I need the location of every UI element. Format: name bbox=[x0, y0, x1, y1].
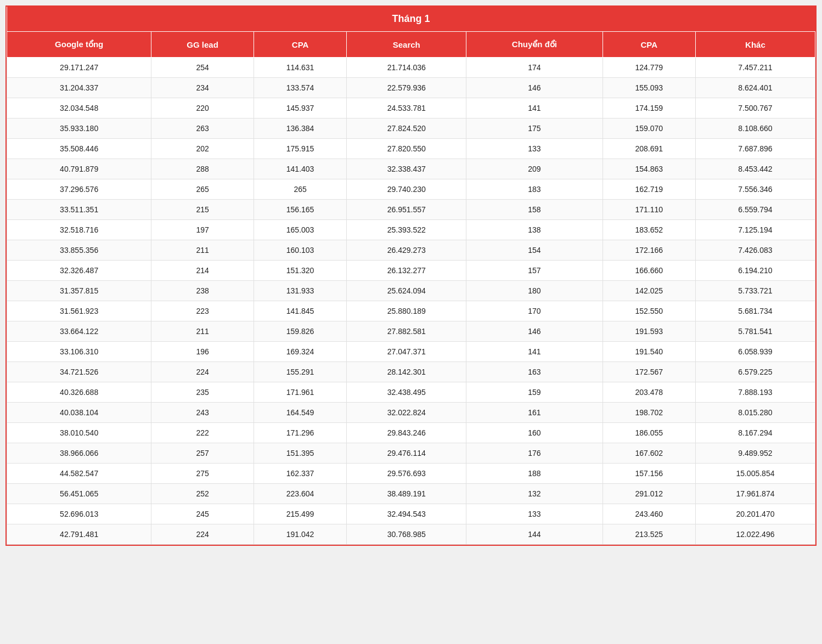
cell-r16-c1: 235 bbox=[151, 382, 254, 403]
cell-r14-c5: 191.540 bbox=[603, 342, 695, 362]
cell-r19-c4: 176 bbox=[466, 443, 603, 464]
cell-r10-c3: 26.132.277 bbox=[347, 261, 466, 281]
cell-r4-c5: 208.691 bbox=[603, 139, 695, 159]
cell-r15-c2: 155.291 bbox=[254, 362, 346, 382]
cell-r2-c0: 32.034.548 bbox=[7, 98, 151, 118]
cell-r17-c0: 40.038.104 bbox=[7, 403, 151, 423]
cell-r6-c4: 183 bbox=[466, 179, 603, 200]
cell-r10-c1: 214 bbox=[151, 261, 254, 281]
cell-r22-c3: 32.494.543 bbox=[347, 504, 466, 524]
cell-r20-c3: 29.576.693 bbox=[347, 464, 466, 484]
cell-r14-c2: 169.324 bbox=[254, 342, 346, 362]
cell-r14-c6: 6.058.939 bbox=[695, 342, 815, 362]
col-header-5: CPA bbox=[603, 32, 695, 58]
table-row: 56.451.065252223.60438.489.191132291.012… bbox=[7, 484, 815, 504]
cell-r1-c2: 133.574 bbox=[254, 78, 346, 98]
table-row: 29.171.247254114.63121.714.036174124.779… bbox=[7, 58, 815, 78]
cell-r18-c4: 160 bbox=[466, 423, 603, 443]
cell-r21-c2: 223.604 bbox=[254, 484, 346, 504]
cell-r20-c2: 162.337 bbox=[254, 464, 346, 484]
cell-r15-c1: 224 bbox=[151, 362, 254, 382]
cell-r23-c0: 42.791.481 bbox=[7, 524, 151, 545]
cell-r9-c4: 154 bbox=[466, 240, 603, 261]
cell-r5-c6: 8.453.442 bbox=[695, 159, 815, 179]
cell-r20-c6: 15.005.854 bbox=[695, 464, 815, 484]
cell-r20-c1: 275 bbox=[151, 464, 254, 484]
table-row: 31.357.815238131.93325.624.094180142.025… bbox=[7, 281, 815, 301]
cell-r19-c1: 257 bbox=[151, 443, 254, 464]
cell-r20-c5: 157.156 bbox=[603, 464, 695, 484]
table-row: 40.038.104243164.54932.022.824161198.702… bbox=[7, 403, 815, 423]
cell-r18-c2: 171.296 bbox=[254, 423, 346, 443]
cell-r3-c6: 8.108.660 bbox=[695, 118, 815, 139]
cell-r11-c4: 180 bbox=[466, 281, 603, 301]
table-row: 40.791.879288141.40332.338.437209154.863… bbox=[7, 159, 815, 179]
col-header-2: CPA bbox=[254, 32, 346, 58]
cell-r0-c0: 29.171.247 bbox=[7, 58, 151, 78]
cell-r17-c5: 198.702 bbox=[603, 403, 695, 423]
cell-r19-c6: 9.489.952 bbox=[695, 443, 815, 464]
cell-r0-c4: 174 bbox=[466, 58, 603, 78]
cell-r18-c1: 222 bbox=[151, 423, 254, 443]
cell-r12-c1: 223 bbox=[151, 301, 254, 321]
cell-r21-c0: 56.451.065 bbox=[7, 484, 151, 504]
cell-r7-c6: 6.559.794 bbox=[695, 200, 815, 220]
cell-r23-c6: 12.022.496 bbox=[695, 524, 815, 545]
cell-r5-c1: 288 bbox=[151, 159, 254, 179]
cell-r1-c3: 22.579.936 bbox=[347, 78, 466, 98]
table-row: 31.204.337234133.57422.579.936146155.093… bbox=[7, 78, 815, 98]
cell-r9-c5: 172.166 bbox=[603, 240, 695, 261]
cell-r21-c5: 291.012 bbox=[603, 484, 695, 504]
cell-r22-c4: 133 bbox=[466, 504, 603, 524]
cell-r14-c3: 27.047.371 bbox=[347, 342, 466, 362]
cell-r6-c1: 265 bbox=[151, 179, 254, 200]
cell-r23-c5: 213.525 bbox=[603, 524, 695, 545]
cell-r13-c3: 27.882.581 bbox=[347, 321, 466, 342]
cell-r2-c2: 145.937 bbox=[254, 98, 346, 118]
cell-r3-c3: 27.824.520 bbox=[347, 118, 466, 139]
cell-r1-c0: 31.204.337 bbox=[7, 78, 151, 98]
col-header-0: Google tổng bbox=[7, 32, 151, 58]
cell-r0-c6: 7.457.211 bbox=[695, 58, 815, 78]
cell-r15-c0: 34.721.526 bbox=[7, 362, 151, 382]
cell-r11-c6: 5.733.721 bbox=[695, 281, 815, 301]
cell-r6-c3: 29.740.230 bbox=[347, 179, 466, 200]
table-row: 31.561.923223141.84525.880.189170152.550… bbox=[7, 301, 815, 321]
cell-r8-c6: 7.125.194 bbox=[695, 220, 815, 240]
cell-r11-c3: 25.624.094 bbox=[347, 281, 466, 301]
cell-r13-c1: 211 bbox=[151, 321, 254, 342]
cell-r10-c4: 157 bbox=[466, 261, 603, 281]
table-row: 33.664.122211159.82627.882.581146191.593… bbox=[7, 321, 815, 342]
cell-r9-c2: 160.103 bbox=[254, 240, 346, 261]
cell-r7-c5: 171.110 bbox=[603, 200, 695, 220]
cell-r12-c3: 25.880.189 bbox=[347, 301, 466, 321]
cell-r6-c2: 265 bbox=[254, 179, 346, 200]
cell-r18-c0: 38.010.540 bbox=[7, 423, 151, 443]
cell-r17-c1: 243 bbox=[151, 403, 254, 423]
cell-r22-c1: 245 bbox=[151, 504, 254, 524]
cell-r1-c1: 234 bbox=[151, 78, 254, 98]
cell-r4-c2: 175.915 bbox=[254, 139, 346, 159]
cell-r19-c2: 151.395 bbox=[254, 443, 346, 464]
cell-r12-c5: 152.550 bbox=[603, 301, 695, 321]
table-row: 34.721.526224155.29128.142.301163172.567… bbox=[7, 362, 815, 382]
cell-r0-c5: 124.779 bbox=[603, 58, 695, 78]
cell-r6-c6: 7.556.346 bbox=[695, 179, 815, 200]
main-table-container: Tháng 1 Google tổngGG leadCPASearchChuyể… bbox=[5, 5, 817, 546]
cell-r15-c6: 6.579.225 bbox=[695, 362, 815, 382]
cell-r8-c0: 32.518.716 bbox=[7, 220, 151, 240]
cell-r9-c0: 33.855.356 bbox=[7, 240, 151, 261]
cell-r17-c3: 32.022.824 bbox=[347, 403, 466, 423]
cell-r1-c6: 8.624.401 bbox=[695, 78, 815, 98]
cell-r3-c2: 136.384 bbox=[254, 118, 346, 139]
cell-r13-c6: 5.781.541 bbox=[695, 321, 815, 342]
cell-r7-c1: 215 bbox=[151, 200, 254, 220]
cell-r20-c0: 44.582.547 bbox=[7, 464, 151, 484]
table-body: 29.171.247254114.63121.714.036174124.779… bbox=[7, 58, 815, 545]
cell-r10-c5: 166.660 bbox=[603, 261, 695, 281]
cell-r6-c5: 162.719 bbox=[603, 179, 695, 200]
cell-r13-c5: 191.593 bbox=[603, 321, 695, 342]
cell-r23-c2: 191.042 bbox=[254, 524, 346, 545]
cell-r1-c5: 155.093 bbox=[603, 78, 695, 98]
cell-r15-c3: 28.142.301 bbox=[347, 362, 466, 382]
